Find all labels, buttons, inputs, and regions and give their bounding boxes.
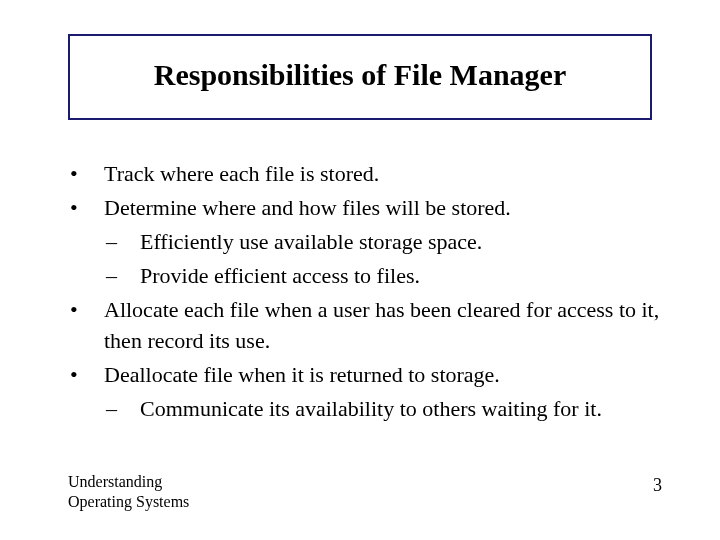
list-item: • Deallocate file when it is returned to…	[68, 359, 668, 391]
footer-line-1: Understanding	[68, 472, 189, 492]
bullet-icon: •	[68, 192, 104, 224]
list-item-text: Allocate each file when a user has been …	[104, 294, 668, 358]
page-number: 3	[653, 475, 662, 496]
dash-icon: –	[104, 393, 140, 425]
sub-list-item-text: Communicate its availability to others w…	[140, 393, 668, 425]
list-item-text: Deallocate file when it is returned to s…	[104, 359, 668, 391]
sub-list-item-text: Provide efficient access to files.	[140, 260, 668, 292]
sub-list-item-text: Efficiently use available storage space.	[140, 226, 668, 258]
bullet-icon: •	[68, 158, 104, 190]
slide-title: Responsibilities of File Manager	[80, 58, 640, 92]
list-item: • Determine where and how files will be …	[68, 192, 668, 224]
content-list: • Track where each file is stored. • Det…	[68, 158, 668, 427]
footer-line-2: Operating Systems	[68, 492, 189, 512]
list-item: • Allocate each file when a user has bee…	[68, 294, 668, 358]
list-item: • Track where each file is stored.	[68, 158, 668, 190]
sub-list-item: – Communicate its availability to others…	[68, 393, 668, 425]
list-item-text: Track where each file is stored.	[104, 158, 668, 190]
sub-list-item: – Efficiently use available storage spac…	[68, 226, 668, 258]
sub-list-item: – Provide efficient access to files.	[68, 260, 668, 292]
list-item-text: Determine where and how files will be st…	[104, 192, 668, 224]
title-box: Responsibilities of File Manager	[68, 34, 652, 120]
bullet-icon: •	[68, 359, 104, 391]
dash-icon: –	[104, 226, 140, 258]
bullet-icon: •	[68, 294, 104, 358]
footer-source: Understanding Operating Systems	[68, 472, 189, 512]
dash-icon: –	[104, 260, 140, 292]
